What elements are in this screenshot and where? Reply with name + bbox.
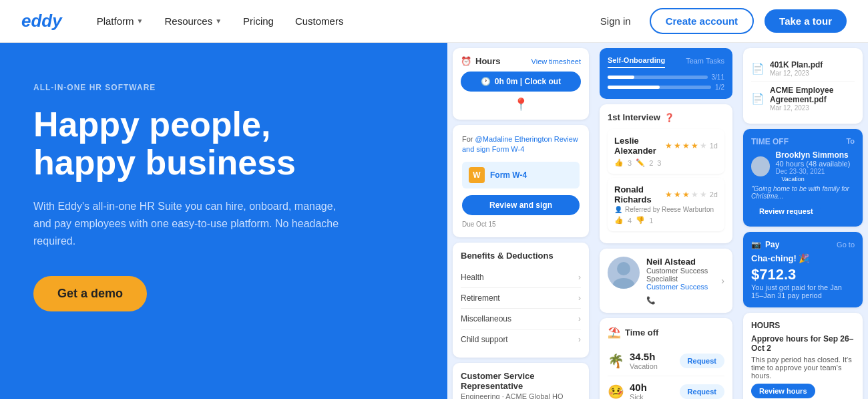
nav-pricing[interactable]: Pricing [235, 10, 282, 32]
hero-title: Happy people, happy business [33, 106, 414, 182]
panel-col-2: Self-Onboarding Team Tasks 3/11 1/2 [594, 43, 738, 399]
location-pin-icon: 📍 [461, 97, 581, 112]
employee-phone-row: 📞 [646, 296, 714, 305]
avatar-image [608, 257, 640, 289]
hours-period-title: Approve hours for Sep 26–Oct 2 [751, 334, 855, 353]
clock-icon: ⏰ [461, 56, 471, 66]
job-card: Customer Service Representative Engineer… [453, 363, 589, 399]
employee-role: Customer Success Specialist [646, 267, 714, 283]
employee-avatar [608, 257, 640, 289]
pay-greeting: Cha-ching! 🎉 [751, 253, 855, 263]
nav-right: Sign in Create account Take a tour [592, 8, 847, 34]
vacation-request-button[interactable]: Request [680, 354, 724, 368]
onboarding-progress-row: 3/11 [608, 74, 724, 81]
self-onboarding-tab[interactable]: Self-Onboarding [608, 56, 665, 68]
pay-title: 📷 Pay [751, 240, 779, 249]
nav-customers[interactable]: Customers [287, 10, 352, 32]
interview-help-icon: ❓ [664, 113, 674, 122]
to-label: To [846, 137, 855, 146]
hero-eyebrow: ALL-IN-ONE HR SOFTWARE [33, 83, 414, 92]
employee-dept: Customer Success [646, 283, 714, 291]
phone-icon: 📞 [646, 296, 656, 305]
docs-card: 📄 401K Plan.pdf Mar 12, 2023 📄 ACME Empl… [743, 48, 863, 124]
candidate-2-days: 2d [710, 190, 718, 198]
doc-1-name: 401K Plan.pdf [770, 60, 855, 70]
vacation-row: 🌴 34.5h Vacation Request [608, 346, 724, 376]
nav-links: Platform ▼ Resources ▼ Pricing Customers [89, 10, 352, 32]
employee-info: Neil Alstead Customer Success Specialist… [646, 257, 714, 305]
star-icon: ★ [682, 141, 690, 150]
benefits-card: Benefits & Deductions Health › Retiremen… [453, 243, 589, 358]
health-arrow-icon: › [578, 273, 581, 282]
team-tasks-tab[interactable]: Team Tasks [686, 57, 724, 68]
hours-approval-card: HOURS Approve hours for Sep 26–Oct 2 Thi… [743, 313, 863, 399]
review-request-button[interactable]: Review request [751, 204, 821, 219]
timeoff-title: Time off [625, 327, 658, 338]
candidate-2-name: Ronald Richards [614, 184, 665, 205]
team-tasks-progress-bar [608, 86, 711, 89]
nav-resources[interactable]: Resources ▼ [156, 10, 230, 32]
candidate-1-name: Leslie Alexander [614, 136, 665, 156]
svg-point-1 [613, 278, 634, 289]
thumbup-icon: 👍 [614, 216, 624, 225]
resources-chevron-icon: ▼ [215, 17, 222, 25]
review-sign-button[interactable]: Review and sign [462, 195, 580, 215]
candidate-1-stars: ★ ★ ★ ★ ★ [665, 141, 707, 150]
benefit-health[interactable]: Health › [461, 267, 581, 288]
star-icon: ★ [665, 141, 672, 150]
timeoff-approval-card: TIME OFF To Brooklyn Simmons 40 hours (4… [743, 129, 863, 227]
form-instruction-text: For @Madaline Etherington Review and sig… [462, 134, 580, 155]
clock-out-button[interactable]: 🕐 0h 0m | Clock out [461, 72, 581, 92]
platform-chevron-icon: ▼ [137, 17, 144, 25]
doc-1-date: Mar 12, 2023 [770, 70, 855, 77]
panels-area: ⏰ Hours View timesheet 🕐 0h 0m | Clock o… [447, 43, 868, 399]
vacation-type: Vacation [630, 362, 658, 370]
thumbdown-icon: 👎 [636, 216, 645, 225]
timeoff-approval-label: TIME OFF [751, 137, 789, 146]
pencil-icon: ✏️ [636, 158, 645, 167]
employee-name: Neil Alstead [646, 257, 714, 267]
sick-row: 🤒 40h Sick Request [608, 376, 724, 399]
take-tour-button[interactable]: Take a tour [765, 9, 847, 33]
form-w4-card: For @Madaline Etherington Review and sig… [453, 125, 589, 237]
profile-arrow-icon[interactable]: › [721, 275, 724, 286]
get-demo-button[interactable]: Get a demo [33, 276, 147, 311]
interview-title: 1st Interview [608, 112, 660, 122]
form-file-icon: W [469, 167, 485, 183]
pay-go-label[interactable]: Go to [837, 241, 855, 249]
timeoff-card: ⛱️ Time off 🌴 34.5h Vacation Request [600, 318, 732, 399]
vacation-hours: 34.5h [630, 351, 658, 362]
sign-in-link[interactable]: Sign in [592, 10, 639, 32]
benefit-misc[interactable]: Miscellaneous › [461, 309, 581, 329]
team-tasks-count: 1/2 [715, 84, 724, 91]
form-file-item: W Form W-4 [462, 162, 580, 188]
benefit-child-support[interactable]: Child support › [461, 329, 581, 350]
main-content: ALL-IN-ONE HR SOFTWARE Happy people, hap… [0, 43, 868, 399]
hours-approval-section: HOURS [751, 321, 855, 330]
view-timesheet-link[interactable]: View timesheet [531, 57, 581, 65]
clock-circle-icon: 🕐 [481, 77, 491, 86]
self-onboarding-count: 3/11 [712, 74, 724, 81]
misc-arrow-icon: › [578, 314, 581, 323]
dates-label: Dec 23-30, 2021 Vacation [775, 168, 855, 182]
referred-by-label: 👤 Referred by Reese Warburton [614, 206, 718, 213]
navbar: eddy Platform ▼ Resources ▼ Pricing Cust… [0, 0, 868, 43]
form-file-name: Form W-4 [490, 170, 527, 180]
hours-approve-description: This pay period has closed. It's time to… [751, 356, 855, 380]
benefits-title: Benefits & Deductions [461, 251, 581, 261]
nav-platform[interactable]: Platform ▼ [89, 10, 152, 32]
employee-details: Brooklyn Simmons 40 hours (48 available)… [775, 150, 855, 182]
doc-row: 📄 ACME Employee Agreement.pdf Mar 12, 20… [751, 82, 855, 116]
star-icon: ★ [665, 190, 672, 199]
create-account-button[interactable]: Create account [650, 8, 754, 34]
doc-info: ACME Employee Agreement.pdf Mar 12, 2023 [770, 86, 855, 112]
sick-hours: 40h [630, 382, 647, 393]
sick-request-button[interactable]: Request [680, 384, 724, 399]
doc-2-date: Mar 12, 2023 [770, 104, 855, 112]
benefit-retirement[interactable]: Retirement › [461, 288, 581, 309]
hero-subtitle: With Eddy's all-in-one HR Suite you can … [33, 198, 354, 249]
logo[interactable]: eddy [21, 11, 62, 31]
review-hours-button[interactable]: Review hours [751, 384, 815, 398]
candidate-row: Ronald Richards ★ ★ ★ ★ ★ 2d [608, 178, 724, 231]
star-icon: ★ [682, 190, 690, 199]
